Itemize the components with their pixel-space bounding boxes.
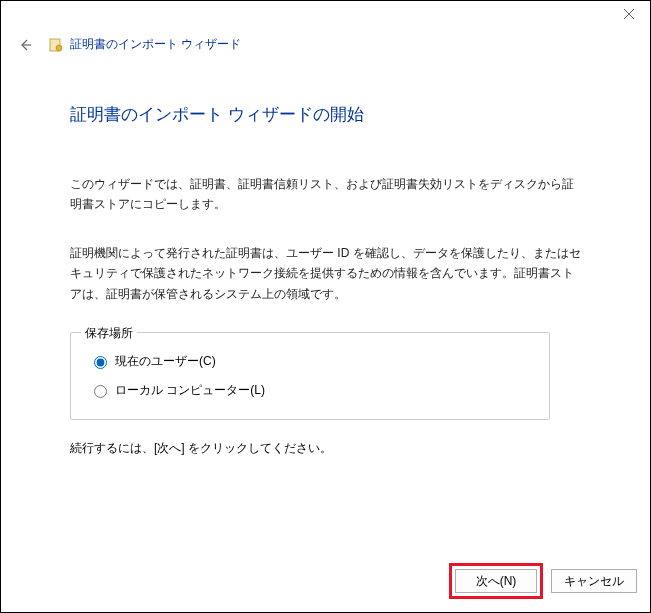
radio-current-user[interactable] xyxy=(94,356,107,369)
continue-hint: 続行するには、[次へ] をクリックしてください。 xyxy=(70,440,581,457)
certificate-icon xyxy=(48,37,64,53)
storage-location-legend: 保存場所 xyxy=(81,325,137,342)
wizard-content: 証明書のインポート ウィザードの開始 このウィザードでは、証明書、証明書信頼リス… xyxy=(0,53,651,457)
close-icon[interactable] xyxy=(623,8,639,24)
wizard-footer: 次へ(N) キャンセル xyxy=(449,563,637,599)
radio-current-user-row[interactable]: 現在のユーザー(C) xyxy=(89,347,531,376)
wizard-header: 証明書のインポート ウィザード xyxy=(0,0,651,53)
page-heading: 証明書のインポート ウィザードの開始 xyxy=(70,103,581,126)
wizard-title: 証明書のインポート ウィザード xyxy=(70,36,241,53)
next-button[interactable]: 次へ(N) xyxy=(455,569,537,593)
radio-local-computer-label: ローカル コンピューター(L) xyxy=(115,382,265,399)
back-arrow-icon[interactable] xyxy=(18,37,34,53)
intro-text: このウィザードでは、証明書、証明書信頼リスト、および証明書失効リストをディスクか… xyxy=(70,174,581,215)
svg-point-4 xyxy=(56,45,62,51)
wizard-window: 証明書のインポート ウィザード 証明書のインポート ウィザードの開始 このウィザ… xyxy=(0,0,651,613)
storage-location-group: 保存場所 現在のユーザー(C) ローカル コンピューター(L) xyxy=(70,332,550,420)
radio-current-user-label: 現在のユーザー(C) xyxy=(115,353,216,370)
cancel-button[interactable]: キャンセル xyxy=(551,569,637,593)
radio-local-computer-row[interactable]: ローカル コンピューター(L) xyxy=(89,376,531,405)
description-text: 証明機関によって発行された証明書は、ユーザー ID を確認し、データを保護したり… xyxy=(70,243,581,304)
next-button-highlight: 次へ(N) xyxy=(449,563,543,599)
radio-local-computer[interactable] xyxy=(94,385,107,398)
